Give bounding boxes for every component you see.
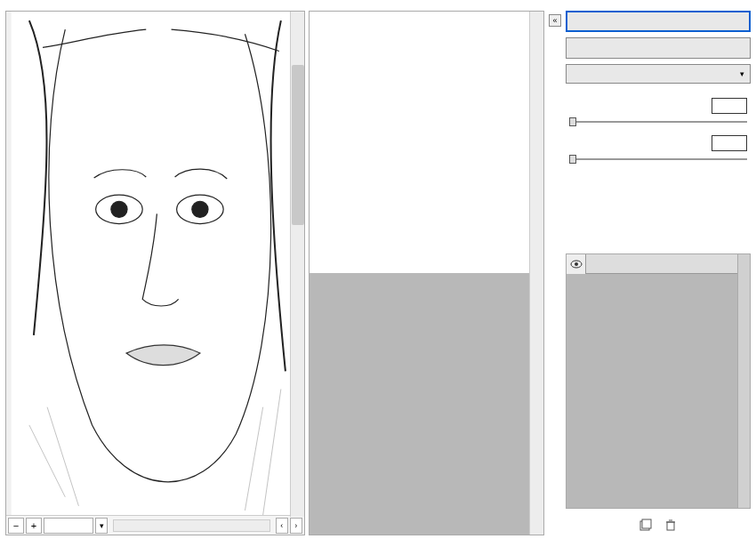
- zoom-dropdown[interactable]: ▾: [95, 518, 108, 534]
- new-layer-icon[interactable]: [639, 519, 652, 531]
- preview-scrollbar-horizontal[interactable]: [113, 519, 270, 532]
- preview-scrollbar-vertical[interactable]: [290, 12, 304, 517]
- param-darkness-slider[interactable]: [569, 155, 747, 164]
- eye-icon: [570, 260, 583, 269]
- zoom-in-button[interactable]: +: [26, 518, 42, 534]
- collapse-right-panel-button[interactable]: «: [549, 14, 561, 27]
- gallery-scrollbar[interactable]: [529, 12, 543, 535]
- scroll-left-button[interactable]: ‹: [276, 518, 288, 534]
- visibility-toggle[interactable]: [567, 254, 586, 274]
- layers-scrollbar[interactable]: [737, 254, 750, 508]
- param-detail-slider[interactable]: [569, 117, 747, 126]
- svg-point-6: [575, 262, 578, 266]
- param-detail-input[interactable]: [712, 98, 747, 114]
- svg-rect-9: [667, 522, 674, 530]
- effect-layers-panel: [566, 253, 751, 509]
- zoom-level[interactable]: [44, 518, 93, 534]
- filter-gallery: [309, 11, 544, 535]
- preview-panel: − + ▾ ‹ ›: [5, 11, 305, 535]
- window-title: [0, 0, 756, 11]
- svg-rect-8: [642, 519, 651, 528]
- layer-row[interactable]: [567, 254, 750, 274]
- svg-point-2: [111, 201, 127, 217]
- zoom-out-button[interactable]: −: [8, 518, 24, 534]
- settings-panel: ▾: [566, 11, 751, 535]
- reset-button[interactable]: [566, 37, 751, 59]
- filter-dropdown[interactable]: ▾: [566, 64, 751, 84]
- trash-icon[interactable]: [664, 519, 677, 531]
- scroll-right-button[interactable]: ›: [290, 518, 302, 534]
- chevron-down-icon: ▾: [740, 69, 744, 78]
- preview-image[interactable]: [6, 12, 304, 515]
- face-sketch-svg: [6, 12, 304, 515]
- svg-point-4: [192, 201, 208, 217]
- ok-button[interactable]: [566, 11, 751, 32]
- param-darkness-input[interactable]: [712, 135, 747, 151]
